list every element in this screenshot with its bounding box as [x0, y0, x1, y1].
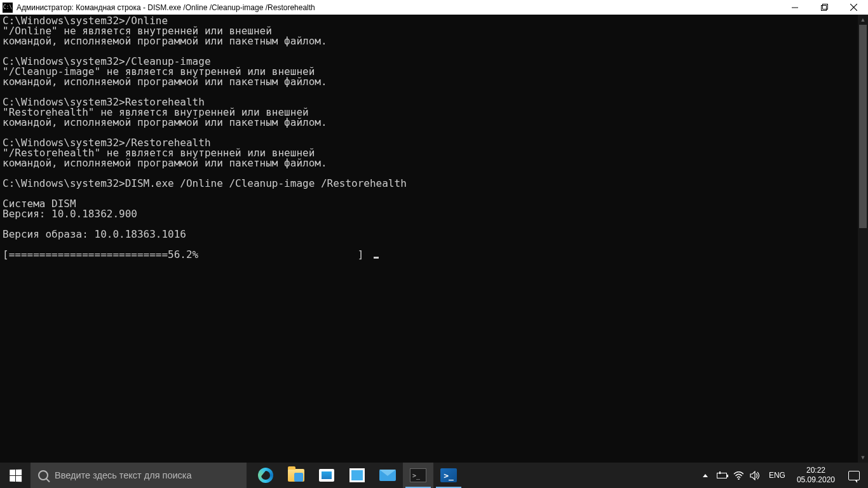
window-titlebar: C:\ Администратор: Командная строка - DI… — [0, 0, 868, 15]
clock-date: 05.09.2020 — [797, 475, 835, 485]
battery-icon — [717, 473, 727, 478]
tray-notifications[interactable] — [840, 463, 868, 488]
edge-icon — [258, 468, 273, 483]
mail-icon — [379, 470, 396, 481]
chevron-up-icon — [703, 474, 708, 477]
taskbar-app-store[interactable] — [311, 463, 342, 488]
taskbar-apps: >_ >_ — [247, 463, 464, 488]
tray-clock[interactable]: 20:22 05.09.2020 — [792, 463, 840, 488]
volume-icon — [750, 471, 760, 480]
taskbar-app-edge[interactable] — [250, 463, 281, 488]
taskbar-app-cmd[interactable]: >_ — [403, 463, 433, 488]
folder-icon — [288, 469, 304, 482]
wifi-icon — [733, 471, 743, 480]
tray-battery[interactable] — [717, 473, 727, 478]
notification-icon — [848, 471, 860, 480]
close-button[interactable] — [839, 0, 868, 15]
powershell-icon: >_ — [440, 468, 457, 482]
tray-wifi[interactable] — [733, 471, 743, 480]
search-icon — [38, 470, 48, 480]
start-button[interactable] — [0, 463, 31, 488]
svg-marker-6 — [750, 471, 755, 480]
scroll-up-arrow[interactable]: ▲ — [858, 15, 868, 25]
taskbar-app-docs[interactable] — [342, 463, 372, 488]
cmd-app-icon: C:\ — [3, 3, 13, 13]
scroll-down-arrow[interactable]: ▼ — [858, 452, 868, 463]
clock-time: 20:22 — [797, 466, 835, 475]
minimize-button[interactable] — [780, 0, 810, 15]
scrollbar-thumb[interactable] — [859, 25, 867, 228]
text-cursor — [374, 257, 379, 259]
console-window: C:\Windows\system32>/Online "/Online" не… — [0, 15, 868, 463]
taskbar-app-mail[interactable] — [372, 463, 403, 488]
console-output[interactable]: C:\Windows\system32>/Online "/Online" не… — [0, 15, 858, 463]
tray-overflow-button[interactable] — [700, 474, 710, 477]
svg-rect-2 — [822, 4, 827, 10]
windows-logo-icon — [10, 469, 22, 481]
search-placeholder: Введите здесь текст для поиска — [55, 470, 192, 480]
system-tray: ENG — [694, 463, 792, 488]
store-icon — [319, 469, 334, 482]
tray-language[interactable]: ENG — [766, 471, 788, 480]
svg-point-5 — [738, 478, 739, 479]
taskbar-search[interactable]: Введите здесь текст для поиска — [31, 463, 247, 488]
tray-volume[interactable] — [750, 471, 760, 480]
svg-rect-1 — [821, 6, 826, 11]
maximize-button[interactable] — [810, 0, 839, 15]
taskbar-app-explorer[interactable] — [281, 463, 311, 488]
taskbar: Введите здесь текст для поиска >_ >_ — [0, 463, 868, 488]
cmd-icon: >_ — [410, 468, 426, 482]
window-title: Администратор: Командная строка - DISM.e… — [17, 3, 315, 12]
taskbar-app-powershell[interactable]: >_ — [433, 463, 464, 488]
docs-icon — [349, 468, 365, 482]
vertical-scrollbar[interactable]: ▲ ▼ — [858, 15, 868, 463]
